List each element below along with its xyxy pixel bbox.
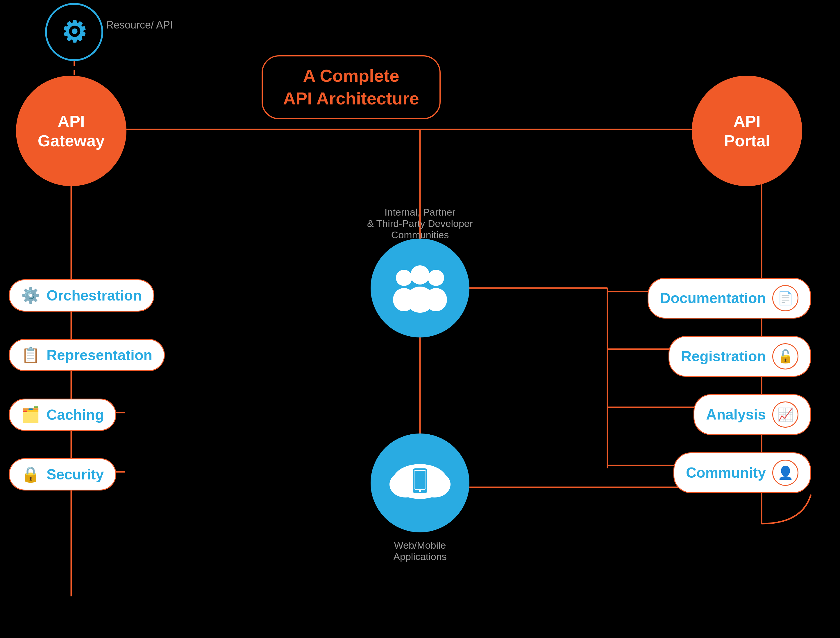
api-gateway-label: API [58,111,85,131]
representation-pill: 📋 Representation [9,339,165,371]
analysis-icon-circle: 📈 [772,402,799,427]
registration-icon: 🔓 [777,349,794,364]
security-label: Security [46,466,104,483]
svg-point-26 [406,287,434,313]
title-line2: API Architecture [283,87,419,110]
documentation-label: Documentation [660,290,766,307]
documentation-icon: 📄 [777,291,794,306]
community-icon-circle: 👤 [772,460,799,486]
title-line1: A Complete [283,65,419,87]
analysis-label: Analysis [706,406,766,423]
svg-point-32 [419,490,421,492]
orchestration-pill: ⚙️ Orchestration [9,279,154,312]
svg-point-25 [411,265,429,285]
api-gateway-circle: API Gateway [16,76,126,186]
webmobile-circle [371,434,469,532]
community-people-circle [371,239,469,337]
community-pill: Community 👤 [673,453,811,493]
documentation-icon-circle: 📄 [772,285,799,311]
webmobile-icon [388,455,452,511]
resource-api-circle: ⚙ [45,3,103,61]
community-icon: 👤 [777,465,794,480]
api-portal-label2: Portal [724,131,770,150]
community-description: Internal, Partner & Third-Party Develope… [359,207,481,241]
api-portal-circle: API Portal [692,76,802,186]
gear-icon: ⚙ [61,15,87,49]
caching-pill: 🗂️ Caching [9,399,116,431]
security-icon: 🔒 [21,465,40,483]
orchestration-label: Orchestration [46,287,142,304]
analysis-pill: Analysis 📈 [693,394,811,435]
svg-point-23 [428,270,444,286]
analysis-icon: 📈 [777,407,794,422]
title-box: A Complete API Architecture [262,55,441,119]
svg-point-21 [396,270,412,286]
registration-icon-circle: 🔓 [772,343,799,369]
orchestration-icon: ⚙️ [21,287,40,304]
documentation-pill: Documentation 📄 [647,278,811,318]
api-portal-label: API [733,111,760,131]
webmobile-label: Web/Mobile Applications [393,540,447,562]
registration-label: Registration [681,348,766,365]
diagram-container: ⚙ Resource/ API API Gateway API Portal A… [0,0,840,638]
community-pill-label: Community [686,464,766,481]
representation-icon: 📋 [21,346,40,364]
representation-label: Representation [46,347,152,364]
registration-pill: Registration 🔓 [668,336,811,377]
resource-api-label: Resource/ API [106,19,173,31]
caching-label: Caching [46,407,104,423]
api-gateway-label2: Gateway [38,131,105,150]
svg-rect-31 [414,470,426,489]
security-pill: 🔒 Security [9,458,116,491]
caching-icon: 🗂️ [21,406,40,424]
people-icon [391,262,449,314]
